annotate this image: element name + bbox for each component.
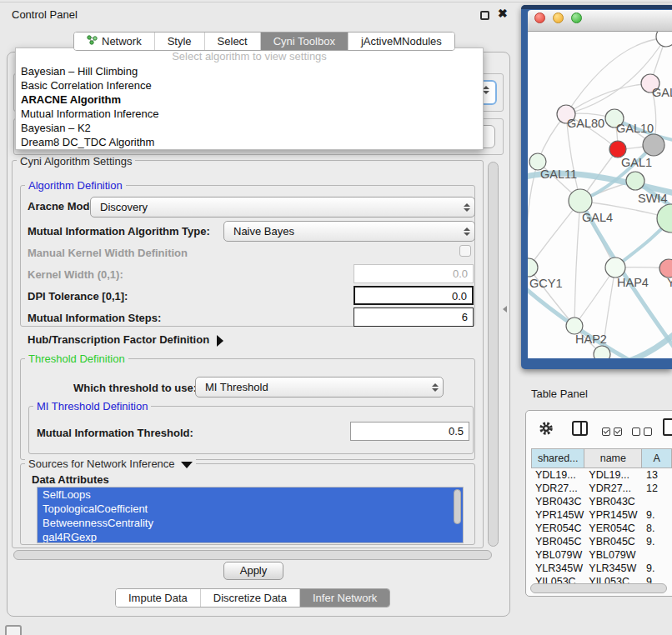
network-node-gal1[interactable] (609, 141, 626, 158)
settings-vertical-scrollbar[interactable] (488, 162, 499, 547)
table-horizontal-scrollbar[interactable] (530, 583, 667, 593)
tab-network[interactable]: Network (74, 32, 154, 50)
table-cell: YBL079W (531, 548, 584, 562)
dpi-tolerance-field[interactable]: 0.0 (354, 286, 474, 305)
attribute-item-selfloops[interactable]: SelfLoops (38, 488, 463, 502)
node-label-gal11: GAL11 (540, 168, 577, 181)
algorithm-option-basic-correlation-inference[interactable]: Basic Correlation Inference (16, 78, 483, 92)
tab-label: Cyni Toolbox (273, 32, 335, 50)
tab-infer-network[interactable]: Infer Network (299, 589, 389, 607)
column-header-shared[interactable]: shared... (531, 448, 584, 468)
tab-discretize-data[interactable]: Discretize Data (200, 589, 299, 607)
gear-icon[interactable] (538, 420, 554, 440)
attribute-item-gal4rgexp[interactable]: gal4RGexp (38, 530, 463, 543)
table-row[interactable]: YER054CYER054C8. (531, 522, 672, 535)
table-row[interactable]: YPR145WYPR145W9. (531, 508, 672, 522)
table-cell: YBR045C (584, 535, 642, 548)
network-edge[interactable] (529, 201, 580, 268)
algorithm-option-aracne-algorithm[interactable]: ARACNE Algorithm (16, 92, 483, 107)
split-columns-icon[interactable] (572, 421, 588, 436)
threshold-definition-label: Threshold Definition (25, 352, 128, 365)
network-edge[interactable] (566, 83, 650, 114)
mac-zoom-icon[interactable] (571, 12, 582, 23)
tab-style[interactable]: Style (154, 32, 204, 50)
network-window-frame-top (521, 5, 672, 9)
node-label-gcy1: GCY1 (529, 277, 563, 290)
algorithm-option-bayesian-hill-climbing[interactable]: Bayesian – Hill Climbing (16, 64, 483, 78)
table-cell: 8. (642, 522, 672, 535)
mi-steps-field[interactable]: 6 (354, 308, 474, 327)
tab-cyni-toolbox[interactable]: Cyni Toolbox (260, 32, 348, 50)
settings-horizontal-scrollbar[interactable] (13, 550, 492, 560)
deselect-all-icon[interactable] (632, 424, 655, 439)
network-window-titlebar[interactable] (528, 10, 672, 32)
aracne-mode-combobox[interactable]: Discovery (90, 197, 475, 218)
network-node[interactable] (643, 134, 664, 156)
data-attributes-list: SelfLoopsTopologicalCoefficientBetweenne… (37, 487, 464, 543)
apply-button[interactable]: Apply (223, 562, 283, 580)
mi-threshold-field[interactable]: 0.5 (350, 422, 469, 441)
network-node-gal4[interactable] (569, 189, 592, 212)
hub-section-label[interactable]: Hub/Transcription Factor Definition (28, 333, 223, 347)
hub-section-text: Hub/Transcription Factor Definition (28, 333, 209, 346)
attribute-item-betweennesscentrality[interactable]: BetweennessCentrality (38, 516, 463, 530)
data-attributes-label: Data Attributes (32, 473, 109, 486)
network-node[interactable] (656, 32, 672, 47)
algorithm-option-bayesian-k2[interactable]: Bayesian – K2 (16, 121, 483, 135)
table-row[interactable]: YBL079WYBL079W (531, 548, 672, 562)
network-node-y[interactable] (659, 259, 672, 278)
expand-right-icon[interactable] (217, 335, 223, 347)
network-node-hap4[interactable] (605, 258, 625, 278)
tab-label: Infer Network (313, 589, 377, 607)
collapse-down-icon[interactable] (181, 462, 193, 468)
attribute-list-scrollbar[interactable] (454, 489, 461, 524)
network-edge[interactable] (574, 201, 580, 326)
table-row[interactable]: YDL19...YDL19...13 (531, 468, 672, 482)
table-row[interactable]: YBR043CYBR043C (531, 495, 672, 508)
table-body: YDL19...YDL19...13YDR27...YDR27...12YBR0… (531, 468, 672, 588)
algorithm-definition-label: Algorithm Definition (25, 179, 126, 192)
column-header-name[interactable]: name (584, 448, 642, 468)
export-table-icon[interactable] (663, 418, 672, 436)
combo-arrows-icon (459, 228, 474, 236)
manual-kernel-checkbox[interactable] (459, 245, 471, 257)
table-cell: YBR045C (531, 535, 584, 548)
tab-impute-data[interactable]: Impute Data (116, 589, 200, 607)
tab-select[interactable]: Select (204, 32, 260, 50)
node-label-y: Y (667, 276, 672, 289)
collapsed-panel-icon[interactable] (5, 625, 22, 635)
manual-kernel-label: Manual Kernel Width Definition (28, 247, 188, 259)
table-row[interactable]: YLR345WYLR345W9. (531, 562, 672, 575)
which-threshold-value: MI Threshold (196, 381, 428, 393)
attribute-item-topologicalcoefficient[interactable]: TopologicalCoefficient (38, 502, 463, 516)
panel-resize-handle-icon[interactable] (503, 306, 507, 312)
mi-type-combobox[interactable]: Naive Bayes (223, 221, 475, 242)
algorithm-option-mutual-information-inference[interactable]: Mutual Information Inference (16, 107, 483, 121)
mac-minimize-icon[interactable] (553, 12, 564, 23)
table-cell: 9. (642, 508, 672, 522)
network-icon (87, 32, 98, 50)
close-icon[interactable]: ✖ (498, 7, 508, 20)
tab-label: jActiveMNodules (361, 32, 442, 50)
algorithm-option-dream8-dc-tdc-algorithm[interactable]: Dream8 DC_TDC Algorithm (16, 135, 483, 149)
kernel-width-field[interactable]: 0.0 (354, 264, 474, 283)
combo-arrows-icon (459, 203, 474, 212)
table-cell: YPR145W (531, 508, 584, 522)
mac-close-icon[interactable] (534, 12, 545, 23)
which-threshold-combobox[interactable]: MI Threshold (195, 377, 444, 398)
network-node-gcy1[interactable] (528, 258, 538, 277)
float-window-icon[interactable] (480, 11, 489, 20)
select-all-icon[interactable] (602, 424, 625, 439)
table-row[interactable]: YBR045CYBR045C9. (531, 535, 672, 548)
network-node[interactable] (594, 346, 610, 358)
network-node-hap2[interactable] (566, 318, 583, 334)
tab-jactivemnodules[interactable]: jActiveMNodules (348, 32, 454, 50)
network-edge[interactable] (574, 268, 615, 326)
network-node[interactable] (657, 204, 672, 232)
table-cell (642, 495, 672, 508)
column-header-a[interactable]: A (642, 448, 672, 468)
table-row[interactable]: YDR27...YDR27...12 (531, 482, 672, 495)
sources-group-label[interactable]: Sources for Network Inference (25, 458, 196, 470)
network-canvas[interactable]: GALGAL80GAL10GAL1GAL11SWI4GAL4HAP4YGCY1H… (528, 32, 672, 358)
network-node-swi4[interactable] (626, 172, 644, 190)
